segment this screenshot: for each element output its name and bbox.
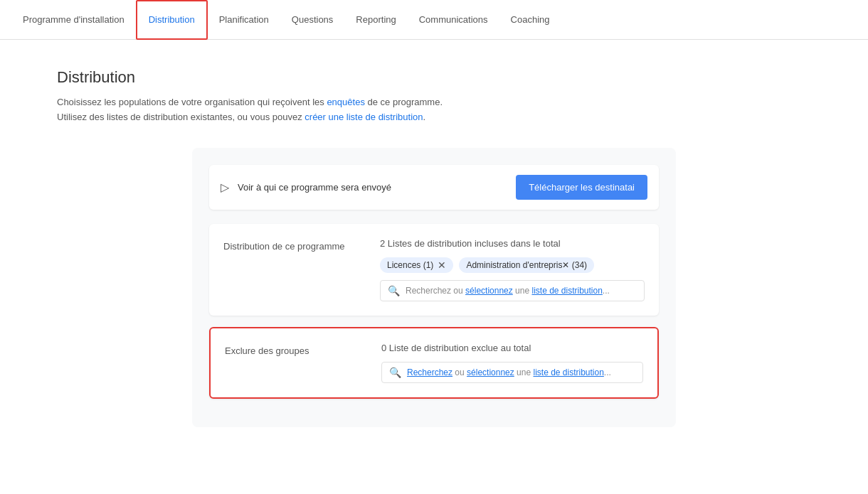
exclude-content: 0 Liste de distribution exclue au total … <box>381 343 643 383</box>
main-content: Distribution Choisissez les populations … <box>0 40 868 456</box>
download-button[interactable]: Télécharger les destinatai <box>516 175 647 200</box>
preview-icon: ▷ <box>221 181 229 194</box>
tags-row: Licences (1) ✕ Administration d'entrepri… <box>380 257 645 273</box>
distribution-card: ▷ Voir à qui ce programme sera envoyé Té… <box>192 148 676 427</box>
tag-admin[interactable]: Administration d'entrepris✕ (34) <box>459 257 594 273</box>
exclude-select-link[interactable]: sélectionnez <box>467 367 514 377</box>
exclude-section-header: Exclure des groupes 0 Liste de distribut… <box>225 343 643 383</box>
page-title: Distribution <box>57 68 811 87</box>
nav-item-distribution[interactable]: Distribution <box>136 0 208 40</box>
nav-item-coaching[interactable]: Coaching <box>499 0 561 40</box>
exclude-label: Exclure des groupes <box>225 343 353 356</box>
preview-row: ▷ Voir à qui ce programme sera envoyé Té… <box>209 165 659 210</box>
tag-licences-close[interactable]: ✕ <box>438 260 446 270</box>
nav-item-communications[interactable]: Communications <box>408 0 499 40</box>
distribution-search-field[interactable]: 🔍 Recherchez ou sélectionnez une liste d… <box>380 280 645 301</box>
exclude-list-link[interactable]: liste de distribution <box>533 367 603 377</box>
distribution-section-header: Distribution de ce programme 2 Listes de… <box>223 238 645 301</box>
enquetes-link[interactable]: enquêtes <box>327 97 365 107</box>
tag-licences-label: Licences (1) <box>387 260 433 270</box>
distribution-select-link[interactable]: sélectionnez <box>465 286 513 296</box>
exclude-section: Exclure des groupes 0 Liste de distribut… <box>209 327 659 399</box>
distribution-search-placeholder: Recherchez ou sélectionnez une liste de … <box>406 286 610 296</box>
exclude-recherchez-link[interactable]: Recherchez <box>407 367 452 377</box>
exclude-search-field[interactable]: 🔍 Recherchez ou sélectionnez une liste d… <box>381 362 643 383</box>
preview-text: Voir à qui ce programme sera envoyé <box>238 182 516 193</box>
create-list-link[interactable]: créer une liste de distribution <box>305 112 423 122</box>
top-navigation: Programme d'installation Distribution Pl… <box>0 0 868 40</box>
exclude-count: 0 Liste de distribution exclue au total <box>381 343 643 353</box>
exclude-search-placeholder: Recherchez ou sélectionnez une liste de … <box>407 367 611 377</box>
distribution-list-link[interactable]: liste de distribution <box>531 286 602 296</box>
programme-preview-link[interactable]: programme <box>291 182 338 193</box>
page-description: Choisissez les populations de votre orga… <box>57 95 811 125</box>
nav-item-questions[interactable]: Questions <box>280 0 345 40</box>
tag-admin-label: Administration d'entrepris✕ (34) <box>466 260 587 270</box>
distribution-section: Distribution de ce programme 2 Listes de… <box>209 224 659 316</box>
distribution-content: 2 Listes de distribution incluses dans l… <box>380 238 645 301</box>
nav-item-planification[interactable]: Planification <box>208 0 280 40</box>
distribution-count: 2 Listes de distribution incluses dans l… <box>380 238 645 249</box>
nav-item-reporting[interactable]: Reporting <box>344 0 407 40</box>
exclude-search-icon: 🔍 <box>389 367 401 378</box>
search-icon: 🔍 <box>388 285 400 296</box>
nav-item-programme-installation[interactable]: Programme d'installation <box>11 0 136 40</box>
tag-licences[interactable]: Licences (1) ✕ <box>380 257 453 273</box>
distribution-label: Distribution de ce programme <box>223 238 351 252</box>
